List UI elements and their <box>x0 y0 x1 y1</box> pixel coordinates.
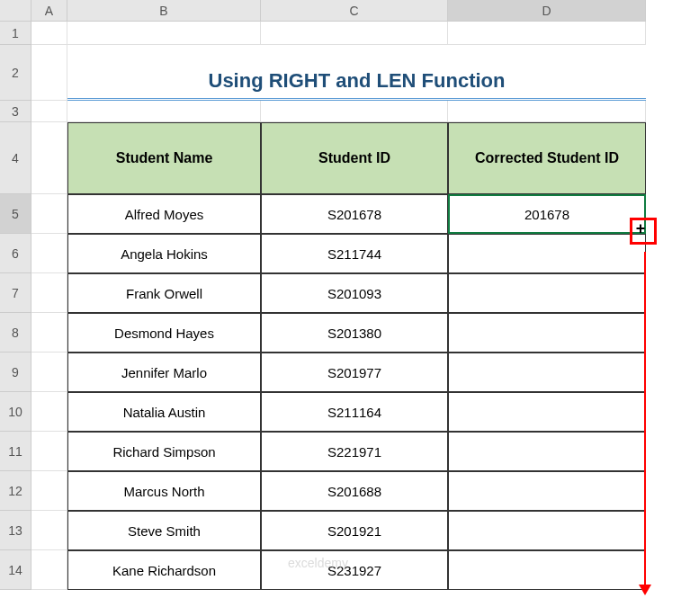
cell-id-7[interactable]: S201688 <box>261 471 448 511</box>
cell-name-3[interactable]: Desmond Hayes <box>67 313 261 353</box>
row-header-12[interactable]: 12 <box>0 471 31 511</box>
cell-id-2[interactable]: S201093 <box>261 273 448 313</box>
cell-a3[interactable] <box>31 101 67 122</box>
row-header-14[interactable]: 14 <box>0 550 31 590</box>
cell-a4[interactable] <box>31 122 67 194</box>
fill-handle-highlight: + <box>630 218 657 245</box>
cell-a11[interactable] <box>31 432 67 471</box>
cell-c1[interactable] <box>261 22 448 45</box>
cell-id-6[interactable]: S221971 <box>261 432 448 471</box>
row-header-5[interactable]: 5 <box>0 194 31 234</box>
row-header-6[interactable]: 6 <box>0 234 31 273</box>
header-name: Student Name <box>67 122 261 194</box>
cell-a6[interactable] <box>31 234 67 273</box>
row-header-7[interactable]: 7 <box>0 273 31 313</box>
cell-id-8[interactable]: S201921 <box>261 511 448 550</box>
cell-corrected-7[interactable] <box>448 471 646 511</box>
cell-corrected-3[interactable] <box>448 313 646 353</box>
row-header-10[interactable]: 10 <box>0 392 31 432</box>
drag-arrow-icon <box>644 252 646 594</box>
cell-id-0[interactable]: S201678 <box>261 194 448 234</box>
cell-a8[interactable] <box>31 313 67 353</box>
cell-corrected-6[interactable] <box>448 432 646 471</box>
cell-id-1[interactable]: S211744 <box>261 234 448 273</box>
cell-id-3[interactable]: S201380 <box>261 313 448 353</box>
cell-name-4[interactable]: Jennifer Marlo <box>67 353 261 392</box>
cell-a13[interactable] <box>31 511 67 550</box>
cell-corrected-2[interactable] <box>448 273 646 313</box>
col-header-b[interactable]: B <box>67 0 261 22</box>
cell-name-1[interactable]: Angela Hokins <box>67 234 261 273</box>
select-all-corner[interactable] <box>0 0 31 22</box>
cell-value: 201678 <box>524 207 569 222</box>
cell-name-8[interactable]: Steve Smith <box>67 511 261 550</box>
cell-a10[interactable] <box>31 392 67 432</box>
cell-d3[interactable] <box>448 101 646 122</box>
cell-name-9[interactable]: Kane Richardson <box>67 550 261 590</box>
cell-corrected-5[interactable] <box>448 392 646 432</box>
cell-corrected-8[interactable] <box>448 511 646 550</box>
cell-corrected-9[interactable] <box>448 550 646 590</box>
cell-corrected-1[interactable] <box>448 234 646 273</box>
cell-corrected-4[interactable] <box>448 353 646 392</box>
cell-a5[interactable] <box>31 194 67 234</box>
cell-b1[interactable] <box>67 22 261 45</box>
fill-handle-icon[interactable]: + <box>633 221 648 236</box>
row-header-1[interactable]: 1 <box>0 22 31 45</box>
header-id: Student ID <box>261 122 448 194</box>
cell-c3[interactable] <box>261 101 448 122</box>
cell-a7[interactable] <box>31 273 67 313</box>
row-header-3[interactable]: 3 <box>0 101 31 122</box>
col-header-a[interactable]: A <box>31 0 67 22</box>
cell-a9[interactable] <box>31 353 67 392</box>
cell-id-5[interactable]: S211164 <box>261 392 448 432</box>
cell-corrected-0[interactable]: 201678 + <box>448 194 646 234</box>
cell-a12[interactable] <box>31 471 67 511</box>
cell-a2[interactable] <box>31 45 67 101</box>
row-header-8[interactable]: 8 <box>0 313 31 353</box>
cell-d1[interactable] <box>448 22 646 45</box>
row-header-4[interactable]: 4 <box>0 122 31 194</box>
page-title: Using RIGHT and LEN Function <box>67 45 646 101</box>
col-header-c[interactable]: C <box>261 0 448 22</box>
cell-name-0[interactable]: Alfred Moyes <box>67 194 261 234</box>
cell-id-9[interactable]: S231927 <box>261 550 448 590</box>
header-corrected: Corrected Student ID <box>448 122 646 194</box>
row-header-9[interactable]: 9 <box>0 353 31 392</box>
col-header-d[interactable]: D <box>448 0 646 22</box>
cell-name-6[interactable]: Richard Simpson <box>67 432 261 471</box>
cell-a1[interactable] <box>31 22 67 45</box>
cell-name-7[interactable]: Marcus North <box>67 471 261 511</box>
cell-name-2[interactable]: Frank Orwell <box>67 273 261 313</box>
row-header-11[interactable]: 11 <box>0 432 31 471</box>
row-header-2[interactable]: 2 <box>0 45 31 101</box>
cell-a14[interactable] <box>31 550 67 590</box>
cell-name-5[interactable]: Natalia Austin <box>67 392 261 432</box>
cell-b3[interactable] <box>67 101 261 122</box>
cell-id-4[interactable]: S201977 <box>261 353 448 392</box>
row-header-13[interactable]: 13 <box>0 511 31 550</box>
